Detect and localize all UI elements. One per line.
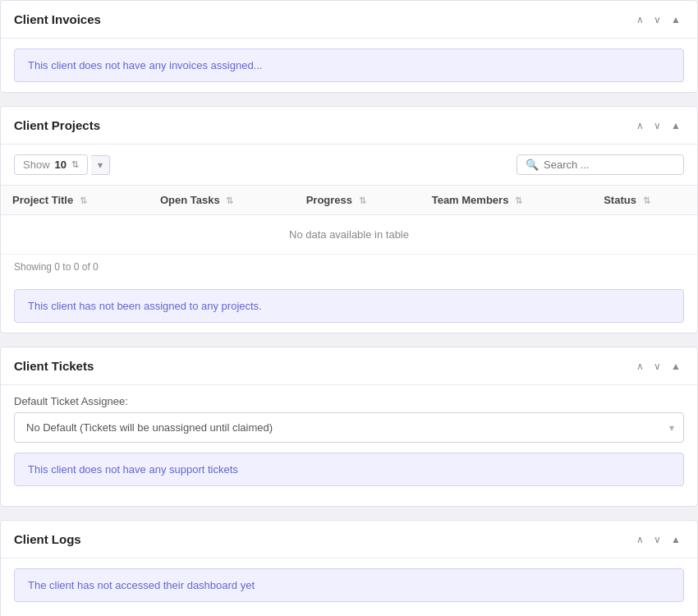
logs-up-btn[interactable]: ∧ <box>633 533 647 546</box>
col-team-members: Team Members ⇅ <box>420 186 593 215</box>
show-control[interactable]: Show 10 ⇅ <box>14 154 88 175</box>
logs-header: Client Logs ∧ ∨ ▲ <box>1 521 697 559</box>
tickets-up-btn[interactable]: ∧ <box>633 360 647 373</box>
no-data-message: No data available in table <box>1 215 697 255</box>
show-label: Show <box>23 159 50 171</box>
assignee-select[interactable]: No Default (Tickets will be unassigned u… <box>14 412 684 443</box>
projects-toolbar: Show 10 ⇅ ▾ 🔍 <box>1 145 697 185</box>
tickets-down-btn[interactable]: ∨ <box>650 360 664 373</box>
sort-icon-title[interactable]: ⇅ <box>80 195 87 206</box>
col-status: Status ⇅ <box>592 186 697 215</box>
logs-collapse-btn[interactable]: ▲ <box>668 533 684 546</box>
col-project-title: Project Title ⇅ <box>1 186 149 215</box>
col-progress: Progress ⇅ <box>295 186 420 215</box>
tickets-header: Client Tickets ∧ ∨ ▲ <box>1 347 697 385</box>
invoices-controls: ∧ ∨ ▲ <box>633 13 684 26</box>
projects-header: Client Projects ∧ ∨ ▲ <box>1 107 697 145</box>
client-logs-section: Client Logs ∧ ∨ ▲ The client has not acc… <box>0 520 698 616</box>
invoices-down-btn[interactable]: ∨ <box>650 13 664 26</box>
tickets-title: Client Tickets <box>14 359 94 373</box>
select-container: No Default (Tickets will be unassigned u… <box>14 412 684 443</box>
projects-collapse-btn[interactable]: ▲ <box>668 119 684 132</box>
sort-icon-tasks[interactable]: ⇅ <box>226 195 233 206</box>
col-open-tasks: Open Tasks ⇅ <box>149 186 295 215</box>
projects-controls: ∧ ∨ ▲ <box>633 119 684 132</box>
projects-down-btn[interactable]: ∨ <box>650 119 664 132</box>
projects-title: Client Projects <box>14 118 100 132</box>
search-input[interactable] <box>544 159 675 171</box>
tickets-controls: ∧ ∨ ▲ <box>633 360 684 373</box>
projects-empty-message: This client has not been assigned to any… <box>14 289 684 323</box>
client-invoices-section: Client Invoices ∧ ∨ ▲ This client does n… <box>0 0 698 93</box>
no-data-row: No data available in table <box>1 215 697 255</box>
invoices-empty-message: This client does not have any invoices a… <box>14 48 684 82</box>
tickets-empty-message: This client does not have any support ti… <box>14 453 684 486</box>
show-control-group: Show 10 ⇅ ▾ <box>14 154 110 175</box>
invoices-collapse-btn[interactable]: ▲ <box>668 13 684 26</box>
search-icon: 🔍 <box>526 159 539 171</box>
search-box: 🔍 <box>517 154 684 175</box>
show-dropdown-btn[interactable]: ▾ <box>91 155 110 175</box>
assignee-label: Default Ticket Assignee: <box>1 385 697 412</box>
sort-icon-members[interactable]: ⇅ <box>515 195 522 206</box>
show-number: 10 <box>55 159 67 171</box>
sort-icon-status[interactable]: ⇅ <box>643 195 650 206</box>
logs-empty-message: The client has not accessed their dashbo… <box>14 568 684 602</box>
invoices-header: Client Invoices ∧ ∨ ▲ <box>1 1 697 39</box>
projects-table: Project Title ⇅ Open Tasks ⇅ Progress ⇅ … <box>1 185 697 255</box>
invoices-title: Client Invoices <box>14 12 101 26</box>
logs-down-btn[interactable]: ∨ <box>650 533 664 546</box>
show-sort-icon: ⇅ <box>71 159 79 170</box>
client-tickets-section: Client Tickets ∧ ∨ ▲ Default Ticket Assi… <box>0 347 698 507</box>
table-header-row: Project Title ⇅ Open Tasks ⇅ Progress ⇅ … <box>1 186 697 215</box>
sort-icon-progress[interactable]: ⇅ <box>359 195 366 206</box>
projects-up-btn[interactable]: ∧ <box>633 119 647 132</box>
showing-text: Showing 0 to 0 of 0 <box>1 255 697 279</box>
invoices-up-btn[interactable]: ∧ <box>633 13 647 26</box>
client-projects-section: Client Projects ∧ ∨ ▲ Show 10 ⇅ ▾ 🔍 Proj… <box>0 106 698 333</box>
assignee-select-wrapper: No Default (Tickets will be unassigned u… <box>14 412 684 443</box>
logs-title: Client Logs <box>14 532 81 546</box>
tickets-collapse-btn[interactable]: ▲ <box>668 360 684 373</box>
logs-controls: ∧ ∨ ▲ <box>633 533 684 546</box>
